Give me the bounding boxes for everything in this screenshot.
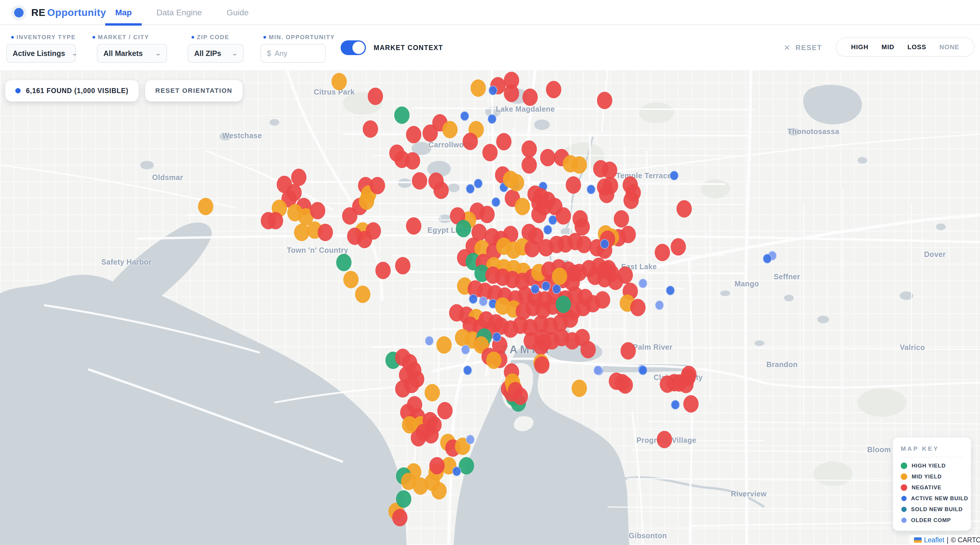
listing-dot[interactable] <box>655 300 664 310</box>
listing-dot[interactable] <box>198 198 213 215</box>
listing-dot[interactable] <box>412 172 427 189</box>
listing-dot[interactable] <box>466 435 475 445</box>
listing-dot[interactable] <box>488 86 497 95</box>
listing-dot[interactable] <box>460 111 469 121</box>
tab-data-engine[interactable]: Data Engine <box>155 0 204 25</box>
listing-dot[interactable] <box>543 225 552 235</box>
zip-code-select[interactable]: All ZIPs ⌄ <box>188 44 244 63</box>
listing-dot[interactable] <box>431 482 447 500</box>
listing-dot[interactable] <box>655 244 670 261</box>
listing-dot[interactable] <box>599 186 614 203</box>
listing-dot[interactable] <box>581 341 596 359</box>
listing-dot[interactable] <box>375 262 391 279</box>
listing-dot[interactable] <box>492 332 501 342</box>
leaflet-link[interactable]: Leaflet <box>924 536 944 544</box>
listing-dot[interactable] <box>681 366 697 383</box>
listing-dot[interactable] <box>525 240 540 257</box>
listing-dot[interactable] <box>363 120 378 138</box>
listing-dot[interactable] <box>522 156 537 174</box>
listing-dot[interactable] <box>556 207 571 224</box>
listing-dot[interactable] <box>471 79 486 97</box>
listing-dot[interactable] <box>336 254 352 271</box>
listing-dot[interactable] <box>452 467 461 477</box>
listing-dot[interactable] <box>396 490 411 508</box>
listing-dot[interactable] <box>496 133 512 151</box>
listing-dot[interactable] <box>614 210 629 227</box>
tab-map[interactable]: Map <box>113 0 134 25</box>
min-opportunity-input[interactable]: $ Any <box>261 44 326 63</box>
listing-dot[interactable] <box>463 133 478 150</box>
listing-dot[interactable] <box>671 238 686 256</box>
listing-dot[interactable] <box>620 342 636 359</box>
listing-dot[interactable] <box>556 296 571 313</box>
segment-loss[interactable]: LOSS <box>907 43 926 51</box>
listing-dot[interactable] <box>563 310 578 327</box>
listing-dot[interactable] <box>597 92 612 109</box>
listing-dot[interactable] <box>572 156 587 174</box>
listing-dot[interactable] <box>318 224 333 241</box>
listing-dot[interactable] <box>630 299 646 316</box>
listing-dot[interactable] <box>368 87 383 105</box>
listing-dot[interactable] <box>433 181 449 199</box>
listing-dot[interactable] <box>542 281 550 291</box>
listing-dot[interactable] <box>406 217 422 235</box>
listing-dot[interactable] <box>429 457 445 474</box>
listing-dot[interactable] <box>534 356 549 374</box>
listing-dot[interactable] <box>394 106 410 124</box>
listing-dot[interactable] <box>406 126 422 143</box>
listing-dot[interactable] <box>509 174 524 191</box>
listing-dot[interactable] <box>463 365 472 375</box>
listing-dot[interactable] <box>624 191 639 209</box>
listing-dot[interactable] <box>574 218 590 235</box>
listing-dot[interactable] <box>437 402 453 419</box>
listing-dot[interactable] <box>355 286 371 303</box>
listing-dot[interactable] <box>504 84 519 102</box>
listing-dot[interactable] <box>552 284 561 294</box>
market-context-toggle[interactable] <box>340 40 366 55</box>
listing-dot[interactable] <box>513 388 528 405</box>
listing-dot[interactable] <box>522 88 538 106</box>
listing-dot[interactable] <box>436 337 452 354</box>
inventory-type-select[interactable]: Active Listings ⌄ <box>6 44 76 63</box>
listing-dot[interactable] <box>370 177 385 194</box>
listing-dot[interactable] <box>670 170 679 180</box>
listing-dot[interactable] <box>595 291 610 309</box>
listing-dot[interactable] <box>604 265 619 282</box>
listing-dot[interactable] <box>402 416 417 434</box>
listing-dot[interactable] <box>676 200 692 218</box>
listing-dot[interactable] <box>310 202 325 219</box>
listing-dot[interactable] <box>587 184 595 194</box>
listing-dot[interactable] <box>533 338 549 355</box>
listing-dot[interactable] <box>617 376 633 394</box>
listing-dot[interactable] <box>522 140 537 157</box>
listing-dot[interactable] <box>763 254 772 263</box>
listing-dot[interactable] <box>343 271 359 288</box>
listing-dot[interactable] <box>425 336 434 346</box>
listing-dot[interactable] <box>593 365 602 375</box>
listing-dot[interactable] <box>466 184 475 194</box>
listing-dot[interactable] <box>638 365 648 375</box>
listing-dot[interactable] <box>657 431 672 448</box>
listing-dot[interactable] <box>459 457 474 474</box>
listing-dot[interactable] <box>461 345 470 355</box>
listing-dot[interactable] <box>552 267 567 285</box>
listing-dot[interactable] <box>469 294 477 304</box>
reset-orientation-button[interactable]: RESET ORIENTATION <box>145 80 243 102</box>
listing-dot[interactable] <box>291 169 306 186</box>
listing-dot[interactable] <box>620 226 636 243</box>
listing-dot[interactable] <box>488 114 496 124</box>
listing-dot[interactable] <box>456 220 471 237</box>
listing-dot[interactable] <box>423 412 438 429</box>
listing-dot[interactable] <box>531 206 547 223</box>
listing-dot[interactable] <box>392 509 407 526</box>
listing-dot[interactable] <box>531 284 539 294</box>
listing-dot[interactable] <box>395 257 410 275</box>
listing-dot[interactable] <box>540 149 555 166</box>
listing-dot[interactable] <box>423 125 438 142</box>
listing-dot[interactable] <box>486 351 501 369</box>
map-canvas[interactable]: Citrus ParkLake MagdaleneThonotosassaWes… <box>0 70 980 545</box>
listing-dot[interactable] <box>492 197 500 207</box>
listing-dot[interactable] <box>600 239 609 249</box>
listing-dot[interactable] <box>566 176 581 194</box>
listing-dot[interactable] <box>638 278 648 288</box>
